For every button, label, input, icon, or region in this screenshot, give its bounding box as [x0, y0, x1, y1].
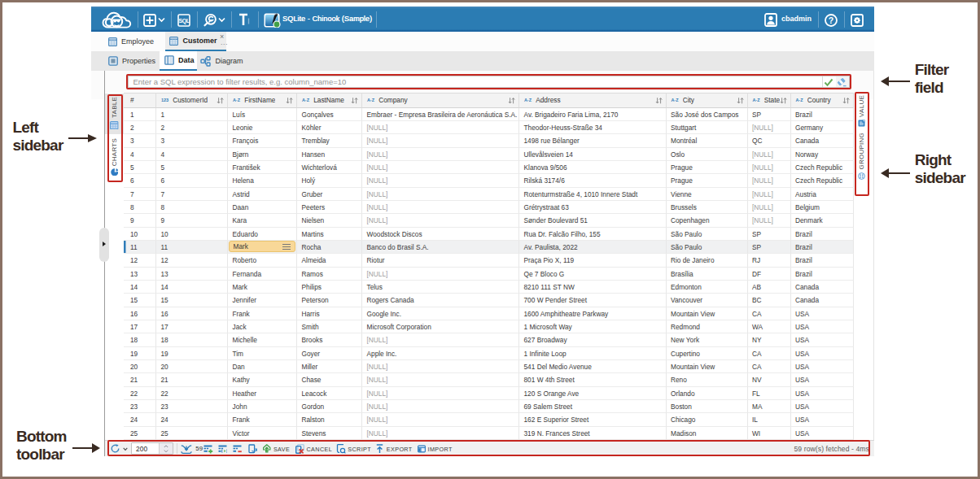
svg-text:?: ? [829, 15, 833, 24]
svg-text:SQL: SQL [178, 17, 190, 24]
